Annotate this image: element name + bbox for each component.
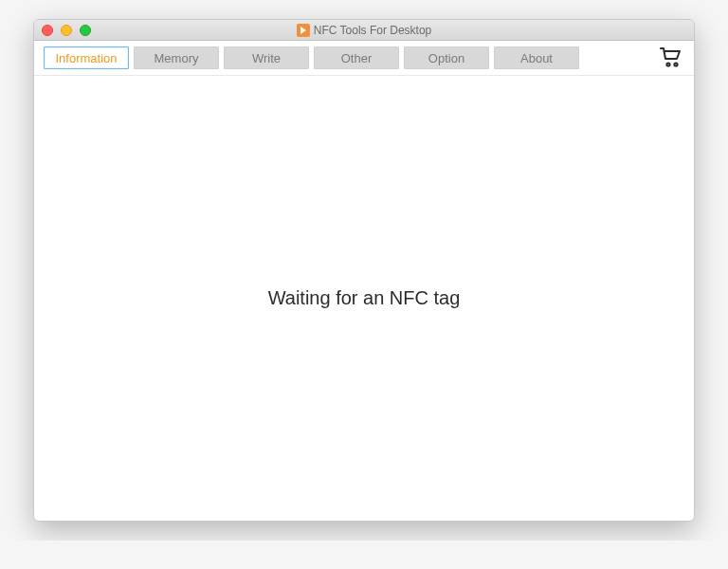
window-title: NFC Tools For Desktop: [314, 24, 431, 37]
tab-memory[interactable]: Memory: [134, 46, 219, 69]
svg-point-2: [674, 63, 677, 65]
maximize-icon[interactable]: [80, 25, 91, 36]
tab-option[interactable]: Option: [404, 46, 489, 69]
titlebar: NFC Tools For Desktop: [34, 20, 694, 41]
app-icon: [297, 24, 310, 37]
waiting-message: Waiting for an NFC tag: [268, 287, 461, 309]
main-content: Waiting for an NFC tag: [34, 76, 694, 521]
toolbar: Information Memory Write Other Option Ab…: [34, 41, 694, 76]
minimize-icon[interactable]: [61, 25, 72, 36]
tab-other[interactable]: Other: [314, 46, 399, 69]
traffic-lights: [34, 25, 91, 36]
svg-point-1: [666, 63, 669, 65]
title-center: NFC Tools For Desktop: [34, 24, 694, 37]
tab-about[interactable]: About: [494, 46, 579, 69]
tab-bar: Information Memory Write Other Option Ab…: [44, 46, 579, 69]
tab-information[interactable]: Information: [44, 46, 129, 69]
cart-icon[interactable]: [658, 46, 684, 69]
svg-marker-0: [300, 27, 306, 34]
tab-write[interactable]: Write: [224, 46, 309, 69]
app-window: NFC Tools For Desktop Information Memory…: [33, 19, 695, 522]
close-icon[interactable]: [42, 25, 53, 36]
